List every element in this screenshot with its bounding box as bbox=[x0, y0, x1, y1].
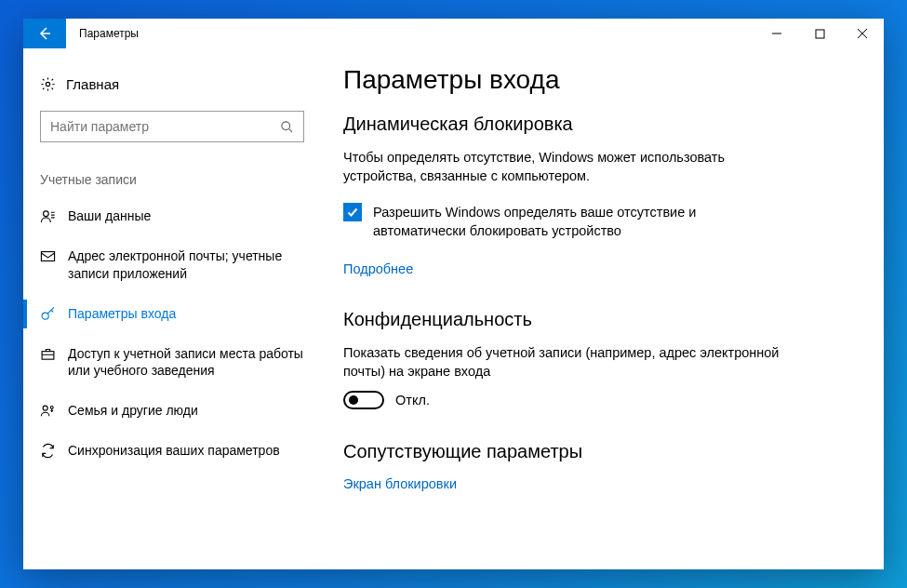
gear-icon bbox=[40, 76, 66, 92]
close-button[interactable] bbox=[841, 19, 884, 48]
page-title: Параметры входа bbox=[343, 65, 856, 95]
sidebar-item-label: Параметры входа bbox=[68, 305, 304, 323]
svg-point-2 bbox=[282, 121, 290, 129]
sidebar: Главная Учетные записи Ваши данные Адрес… bbox=[23, 48, 321, 569]
toggle-knob bbox=[349, 395, 358, 405]
person-icon bbox=[40, 207, 68, 224]
sidebar-item-label: Семья и другие люди bbox=[68, 402, 304, 420]
svg-point-3 bbox=[44, 211, 49, 217]
window-controls bbox=[755, 19, 884, 48]
related-heading: Сопутствующие параметры bbox=[343, 441, 856, 462]
mail-icon bbox=[40, 247, 68, 264]
sidebar-item-label: Ваши данные bbox=[68, 207, 304, 225]
sidebar-item-family[interactable]: Семья и другие люди bbox=[23, 391, 321, 431]
search-input[interactable] bbox=[50, 119, 280, 134]
dynamic-lock-checkbox-label: Разрешить Windows определять ваше отсутс… bbox=[373, 203, 790, 241]
privacy-description: Показать сведения об учетной записи (нап… bbox=[343, 343, 790, 381]
minimize-button[interactable] bbox=[755, 19, 798, 48]
sidebar-item-work-access[interactable]: Доступ к учетной записи места работы или… bbox=[23, 334, 321, 392]
lockscreen-link[interactable]: Экран блокировки bbox=[343, 476, 457, 491]
back-button[interactable] bbox=[23, 19, 66, 48]
main-panel: Параметры входа Динамическая блокировка … bbox=[321, 48, 884, 569]
learn-more-link[interactable]: Подробнее bbox=[343, 261, 413, 276]
svg-point-7 bbox=[43, 407, 47, 411]
dynamic-lock-heading: Динамическая блокировка bbox=[343, 114, 856, 135]
sidebar-item-label: Адрес электронной почты; учетные записи … bbox=[68, 247, 304, 283]
privacy-heading: Конфиденциальность bbox=[343, 309, 856, 330]
svg-rect-4 bbox=[41, 251, 54, 261]
key-icon bbox=[40, 305, 68, 322]
sidebar-item-email[interactable]: Адрес электронной почты; учетные записи … bbox=[23, 236, 321, 294]
dynamic-lock-checkbox-row[interactable]: Разрешить Windows определять ваше отсутс… bbox=[343, 203, 790, 241]
minimize-icon bbox=[771, 28, 782, 39]
sidebar-item-your-info[interactable]: Ваши данные bbox=[23, 196, 321, 236]
briefcase-icon bbox=[40, 345, 68, 362]
sidebar-item-label: Доступ к учетной записи места работы или… bbox=[68, 345, 304, 381]
svg-rect-0 bbox=[816, 30, 824, 38]
search-box[interactable] bbox=[40, 111, 304, 142]
category-label: Учетные записи bbox=[23, 165, 321, 196]
settings-window: Параметры Главная bbox=[23, 19, 884, 569]
svg-rect-6 bbox=[42, 351, 54, 359]
sidebar-item-label: Синхронизация ваших параметров bbox=[68, 442, 304, 460]
sidebar-item-sync[interactable]: Синхронизация ваших параметров bbox=[23, 431, 321, 471]
search-icon bbox=[280, 120, 294, 134]
privacy-toggle-state: Откл. bbox=[395, 393, 430, 408]
sidebar-item-signin-options[interactable]: Параметры входа bbox=[23, 294, 321, 334]
home-button[interactable]: Главная bbox=[23, 71, 321, 105]
maximize-icon bbox=[815, 29, 825, 39]
content-area: Главная Учетные записи Ваши данные Адрес… bbox=[23, 48, 884, 569]
svg-point-8 bbox=[50, 407, 53, 409]
titlebar: Параметры bbox=[23, 19, 884, 48]
privacy-toggle[interactable] bbox=[343, 391, 384, 409]
close-icon bbox=[857, 28, 868, 39]
sync-icon bbox=[40, 442, 68, 459]
privacy-toggle-row: Откл. bbox=[343, 391, 856, 409]
family-icon bbox=[40, 402, 68, 419]
svg-point-1 bbox=[46, 82, 49, 86]
home-label: Главная bbox=[66, 76, 119, 92]
dynamic-lock-description: Чтобы определять отсутствие, Windows мож… bbox=[343, 148, 790, 186]
maximize-button[interactable] bbox=[798, 19, 841, 48]
window-title: Параметры bbox=[66, 19, 755, 48]
arrow-left-icon bbox=[35, 24, 54, 43]
checkmark-icon bbox=[346, 206, 359, 219]
dynamic-lock-checkbox[interactable] bbox=[343, 203, 362, 221]
svg-point-5 bbox=[42, 313, 48, 319]
